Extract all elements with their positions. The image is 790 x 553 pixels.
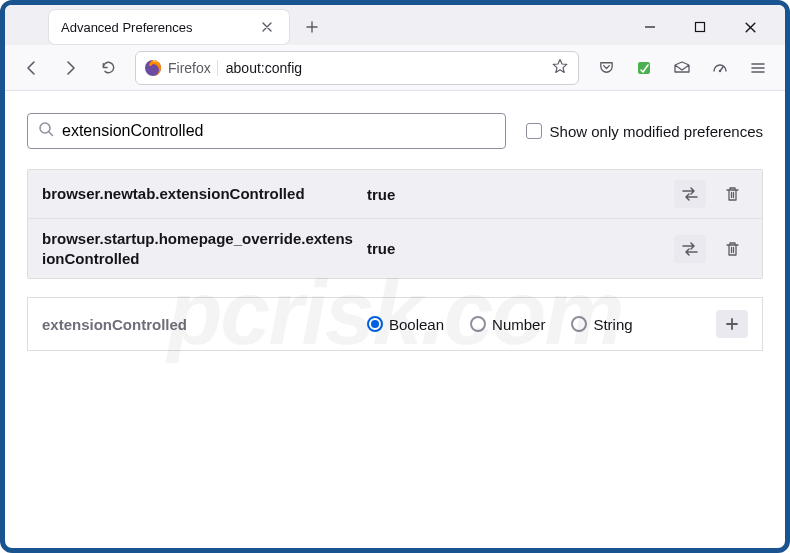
pref-actions (674, 235, 748, 263)
toggle-button[interactable] (674, 235, 706, 263)
extension-icon[interactable] (627, 51, 661, 85)
url-bar[interactable]: Firefox about:config (135, 51, 579, 85)
pref-row[interactable]: browser.startup.homepage_override.extens… (28, 218, 762, 278)
radio-boolean[interactable]: Boolean (367, 316, 444, 333)
browser-tab[interactable]: Advanced Preferences (49, 10, 289, 44)
type-radio-group: Boolean Number String (367, 316, 706, 333)
radio-icon (571, 316, 587, 332)
pref-name: browser.newtab.extensionControlled (42, 184, 357, 204)
close-window-button[interactable] (733, 12, 767, 42)
tab-title: Advanced Preferences (61, 20, 249, 35)
show-modified-label: Show only modified preferences (550, 123, 763, 140)
url-text: about:config (226, 60, 538, 76)
svg-rect-0 (696, 23, 705, 32)
window-controls (633, 12, 785, 42)
svg-rect-2 (638, 62, 650, 74)
radio-icon (367, 316, 383, 332)
pocket-icon[interactable] (589, 51, 623, 85)
reload-button[interactable] (91, 51, 125, 85)
back-button[interactable] (15, 51, 49, 85)
new-pref-row: extensionControlled Boolean Number Strin… (27, 297, 763, 351)
add-pref-button[interactable] (716, 310, 748, 338)
preferences-table: browser.newtab.extensionControlled true … (27, 169, 763, 279)
pref-value: true (367, 240, 664, 257)
nav-toolbar: Firefox about:config (5, 45, 785, 91)
delete-button[interactable] (716, 235, 748, 263)
about-config-content: Show only modified preferences browser.n… (5, 91, 785, 373)
search-box[interactable] (27, 113, 506, 149)
pref-row[interactable]: browser.newtab.extensionControlled true (28, 170, 762, 218)
radio-label: Number (492, 316, 545, 333)
firefox-logo-icon (144, 59, 162, 77)
menu-button[interactable] (741, 51, 775, 85)
checkbox-icon (526, 123, 542, 139)
new-tab-button[interactable] (297, 12, 327, 42)
maximize-button[interactable] (683, 12, 717, 42)
forward-button[interactable] (53, 51, 87, 85)
radio-string[interactable]: String (571, 316, 632, 333)
search-input[interactable] (62, 122, 495, 140)
radio-label: Boolean (389, 316, 444, 333)
pref-actions (674, 180, 748, 208)
search-icon (38, 121, 54, 141)
inbox-icon[interactable] (665, 51, 699, 85)
dashboard-icon[interactable] (703, 51, 737, 85)
radio-number[interactable]: Number (470, 316, 545, 333)
browser-window: Advanced Preferences (0, 0, 790, 553)
tab-bar: Advanced Preferences (5, 5, 785, 45)
toggle-button[interactable] (674, 180, 706, 208)
svg-point-3 (719, 69, 721, 71)
search-row: Show only modified preferences (27, 113, 763, 149)
new-pref-name: extensionControlled (42, 316, 357, 333)
radio-icon (470, 316, 486, 332)
pref-value: true (367, 186, 664, 203)
delete-button[interactable] (716, 180, 748, 208)
minimize-button[interactable] (633, 12, 667, 42)
bookmark-star-icon[interactable] (544, 58, 576, 78)
radio-label: String (593, 316, 632, 333)
close-tab-icon[interactable] (257, 17, 277, 37)
url-identity-label: Firefox (168, 60, 218, 76)
pref-name: browser.startup.homepage_override.extens… (42, 229, 357, 268)
show-modified-toggle[interactable]: Show only modified preferences (526, 123, 763, 140)
